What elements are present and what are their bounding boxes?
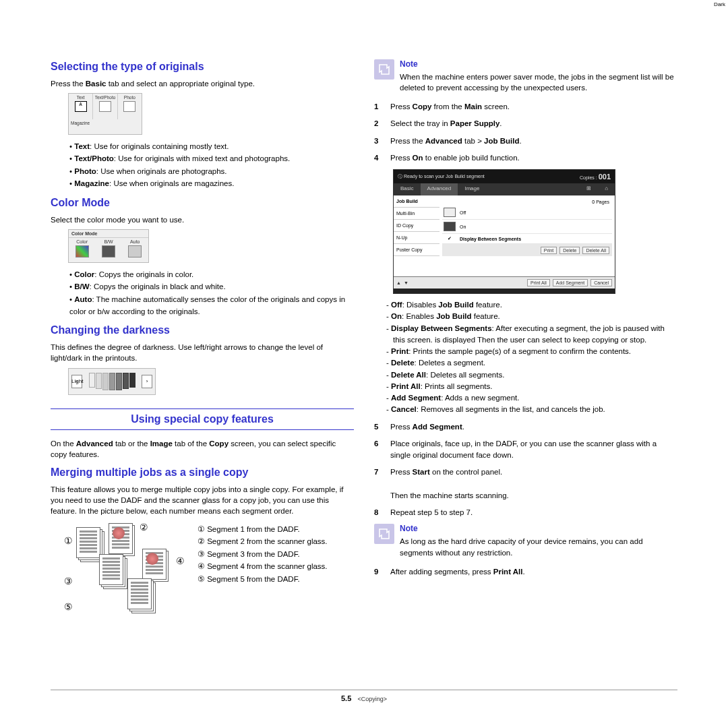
page-footer: 5.5 <Copying>: [51, 690, 677, 702]
left-column: Selecting the type of originals Press th…: [51, 54, 354, 617]
note-icon: [374, 59, 394, 80]
darkness-thumbnail: Light ‹ › Dark: [68, 368, 156, 395]
down-arrow-icon: ▼: [404, 280, 408, 285]
note-title: Note: [400, 59, 677, 69]
steps-1-4: 1Press Copy from the Main screen. 2Selec…: [374, 101, 677, 164]
text-originals-intro: Press the Basic tab and select an approp…: [51, 78, 354, 89]
btn-delete: Delete: [559, 247, 580, 254]
text-special-intro: On the Advanced tab or the Image tab of …: [51, 438, 354, 460]
heading-darkness: Changing the darkness: [51, 324, 354, 336]
originals-bullet-list: Text: Use for originals containing mostl…: [69, 140, 354, 190]
job-build-options: Off: Disables Job Build feature. On: Ena…: [386, 299, 677, 416]
heading-selecting-originals: Selecting the type of originals: [51, 61, 354, 73]
note-text: When the machine enters power saver mode…: [400, 71, 677, 93]
section-label: <Copying>: [357, 696, 387, 702]
step-9: 9After adding segments, press Print All.: [374, 566, 677, 578]
heading-merging: Merging multiple jobs as a single copy: [51, 466, 354, 479]
two-column-layout: Selecting the type of originals Press th…: [51, 54, 677, 617]
btn-add-segment: Add Segment: [553, 279, 588, 286]
original-type-thumbnail: TextA Text/Photo Photo Magazine: [68, 93, 142, 135]
note-title: Note: [400, 524, 677, 533]
steps-5-8: 5Press Add Segment. 6Place originals, fa…: [374, 421, 677, 519]
tab-image: Image: [458, 183, 486, 195]
text-color-intro: Select the color mode you want to use.: [51, 214, 354, 225]
login-icon: ⊞: [580, 183, 598, 195]
tab-advanced: Advanced: [421, 183, 458, 195]
note-icon: [374, 524, 394, 544]
right-arrow-icon: ›: [142, 375, 152, 388]
home-icon: ⌂: [598, 183, 615, 195]
text-merging: This feature allows you to merge multipl…: [51, 484, 354, 516]
side-job-build: Job Build: [394, 195, 439, 208]
side-multi-bin: Multi-Bin: [394, 208, 439, 220]
side-n-up: N-Up: [394, 232, 439, 244]
note-hard-drive: Note As long as the hard drive capacity …: [374, 524, 677, 560]
up-arrow-icon: ▲: [396, 280, 401, 285]
side-poster-copy: Poster Copy: [394, 244, 439, 256]
page-number: 5.5: [341, 694, 351, 702]
heading-special-copy: Using special copy features: [51, 408, 354, 430]
right-column: Note When the machine enters power saver…: [374, 54, 677, 617]
btn-print-all: Print All: [527, 279, 550, 286]
segment-legend: ① Segment 1 from the DADF. ② Segment 2 f…: [198, 523, 328, 585]
tab-basic: Basic: [394, 183, 421, 195]
side-id-copy: ID Copy: [394, 220, 439, 232]
segment-diagram-image: ① ② ③ ④ ⑤: [67, 523, 188, 611]
job-build-screenshot: ⓘ Ready to scan your Job Build segment C…: [393, 169, 615, 294]
note-text: As long as the hard drive capacity of yo…: [400, 536, 677, 557]
color-bullet-list: Color: Copys the originals in color. B/W…: [69, 268, 354, 318]
btn-cancel: Cancel: [590, 279, 612, 286]
btn-print: Print: [541, 247, 557, 254]
heading-color-mode: Color Mode: [51, 197, 354, 209]
text-darkness: This defines the degree of darkness. Use…: [51, 342, 354, 363]
color-mode-thumbnail: Color Mode Color B/W Auto: [68, 229, 149, 263]
note-power-saver: Note When the machine enters power saver…: [374, 59, 677, 96]
segment-diagram: ① ② ③ ④ ⑤: [67, 523, 354, 611]
btn-delete-all: Delete All: [582, 247, 609, 254]
